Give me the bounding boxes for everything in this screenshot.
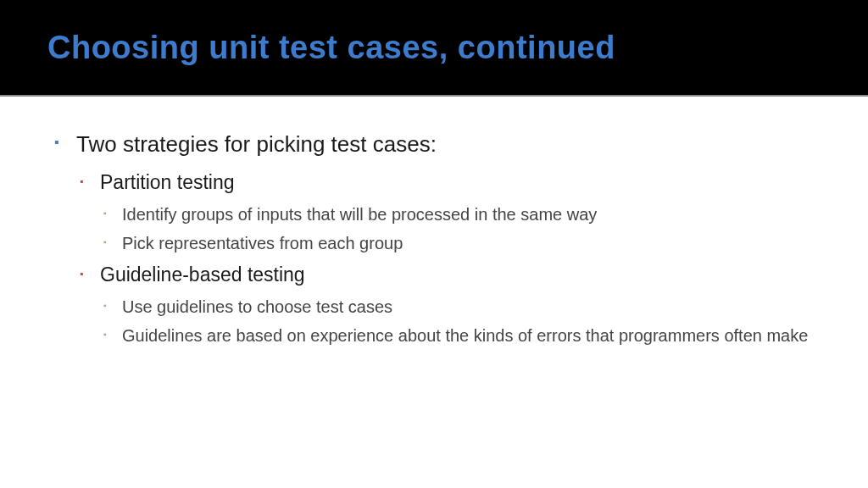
strategy-name: Guideline-based testing <box>100 263 305 286</box>
list-item: Use guidelines to choose test cases <box>100 295 817 319</box>
strategy-point: Pick representatives from each group <box>122 234 403 252</box>
list-item: Pick representatives from each group <box>100 231 817 255</box>
strategy-point: Use guidelines to choose test cases <box>122 297 392 316</box>
list-item: Two strategies for picking test cases: P… <box>51 130 817 347</box>
strategy-point: Guidelines are based on experience about… <box>122 326 808 345</box>
bullet-list-level3: Identify groups of inputs that will be p… <box>100 202 817 255</box>
list-item: Partition testing Identify groups of inp… <box>76 169 817 255</box>
list-item: Guidelines are based on experience about… <box>100 324 817 347</box>
title-bar: Choosing unit test cases, continued <box>0 0 868 97</box>
slide-content: Two strategies for picking test cases: P… <box>0 97 868 373</box>
strategy-name: Partition testing <box>100 171 235 193</box>
list-item: Identify groups of inputs that will be p… <box>100 202 817 226</box>
bullet-list-level2: Partition testing Identify groups of inp… <box>76 169 817 347</box>
list-item: Guideline-based testing Use guidelines t… <box>76 262 817 347</box>
slide-title: Choosing unit test cases, continued <box>47 30 615 66</box>
bullet-list-level3: Use guidelines to choose test cases Guid… <box>100 295 817 347</box>
main-point: Two strategies for picking test cases: <box>76 131 437 157</box>
bullet-list-level1: Two strategies for picking test cases: P… <box>51 130 817 347</box>
strategy-point: Identify groups of inputs that will be p… <box>122 205 597 224</box>
